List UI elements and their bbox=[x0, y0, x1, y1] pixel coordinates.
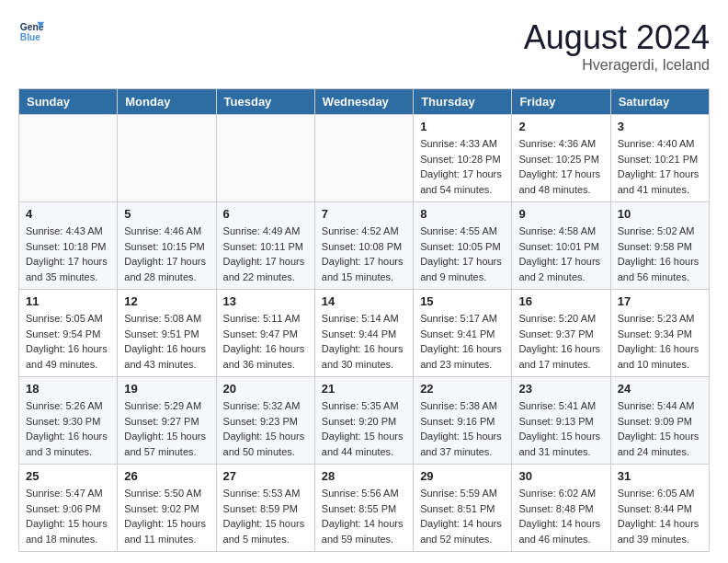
calendar-cell: 10Sunrise: 5:02 AMSunset: 9:58 PMDayligh… bbox=[610, 202, 709, 290]
week-row-1: 1Sunrise: 4:33 AMSunset: 10:28 PMDayligh… bbox=[19, 115, 710, 202]
calendar-cell: 23Sunrise: 5:41 AMSunset: 9:13 PMDayligh… bbox=[512, 377, 610, 465]
subtitle: Hveragerdi, Iceland bbox=[524, 57, 710, 74]
day-number: 19 bbox=[124, 382, 209, 396]
day-info: Sunrise: 5:29 AMSunset: 9:27 PMDaylight:… bbox=[124, 398, 209, 459]
day-number: 26 bbox=[124, 469, 209, 483]
day-number: 29 bbox=[420, 469, 505, 483]
calendar-cell: 13Sunrise: 5:11 AMSunset: 9:47 PMDayligh… bbox=[216, 290, 314, 377]
col-header-monday: Monday bbox=[118, 89, 216, 115]
logo-icon: General Blue bbox=[18, 18, 44, 44]
day-number: 10 bbox=[618, 207, 702, 221]
day-info: Sunrise: 6:02 AMSunset: 8:48 PMDaylight:… bbox=[518, 486, 603, 546]
col-header-tuesday: Tuesday bbox=[216, 89, 314, 115]
day-info: Sunrise: 5:20 AMSunset: 9:37 PMDaylight:… bbox=[518, 311, 603, 372]
week-row-2: 4Sunrise: 4:43 AMSunset: 10:18 PMDayligh… bbox=[19, 202, 710, 290]
day-info: Sunrise: 5:47 AMSunset: 9:06 PMDaylight:… bbox=[26, 486, 110, 546]
week-row-5: 25Sunrise: 5:47 AMSunset: 9:06 PMDayligh… bbox=[19, 465, 710, 552]
calendar-cell: 12Sunrise: 5:08 AMSunset: 9:51 PMDayligh… bbox=[118, 290, 216, 377]
calendar-cell: 15Sunrise: 5:17 AMSunset: 9:41 PMDayligh… bbox=[414, 290, 512, 377]
day-number: 1 bbox=[420, 120, 505, 133]
calendar-cell: 22Sunrise: 5:38 AMSunset: 9:16 PMDayligh… bbox=[414, 377, 512, 465]
calendar-cell: 31Sunrise: 6:05 AMSunset: 8:44 PMDayligh… bbox=[610, 465, 709, 552]
day-number: 15 bbox=[420, 294, 505, 308]
day-number: 3 bbox=[618, 120, 702, 133]
day-info: Sunrise: 5:38 AMSunset: 9:16 PMDaylight:… bbox=[420, 398, 505, 459]
day-number: 18 bbox=[26, 382, 110, 396]
calendar-cell bbox=[118, 115, 216, 202]
day-info: Sunrise: 5:02 AMSunset: 9:58 PMDaylight:… bbox=[618, 224, 702, 284]
calendar-cell: 24Sunrise: 5:44 AMSunset: 9:09 PMDayligh… bbox=[610, 377, 709, 465]
day-number: 12 bbox=[124, 294, 209, 308]
day-number: 28 bbox=[322, 469, 406, 483]
day-info: Sunrise: 5:41 AMSunset: 9:13 PMDaylight:… bbox=[518, 398, 603, 459]
calendar-cell: 5Sunrise: 4:46 AMSunset: 10:15 PMDayligh… bbox=[118, 202, 216, 290]
calendar-cell bbox=[314, 115, 413, 202]
calendar-cell: 30Sunrise: 6:02 AMSunset: 8:48 PMDayligh… bbox=[512, 465, 610, 552]
svg-text:Blue: Blue bbox=[20, 32, 41, 42]
day-number: 11 bbox=[26, 294, 110, 308]
page-header: General Blue August 2024 Hveragerdi, Ice… bbox=[18, 18, 710, 74]
calendar-cell bbox=[19, 115, 118, 202]
calendar-cell: 8Sunrise: 4:55 AMSunset: 10:05 PMDayligh… bbox=[414, 202, 512, 290]
day-info: Sunrise: 5:35 AMSunset: 9:20 PMDaylight:… bbox=[322, 398, 406, 459]
day-info: Sunrise: 4:33 AMSunset: 10:28 PMDaylight… bbox=[420, 136, 505, 197]
day-info: Sunrise: 5:59 AMSunset: 8:51 PMDaylight:… bbox=[420, 486, 505, 546]
calendar-cell: 20Sunrise: 5:32 AMSunset: 9:23 PMDayligh… bbox=[216, 377, 314, 465]
day-number: 14 bbox=[322, 294, 406, 308]
day-info: Sunrise: 5:05 AMSunset: 9:54 PMDaylight:… bbox=[26, 311, 110, 372]
calendar-cell: 18Sunrise: 5:26 AMSunset: 9:30 PMDayligh… bbox=[19, 377, 118, 465]
calendar-cell: 16Sunrise: 5:20 AMSunset: 9:37 PMDayligh… bbox=[512, 290, 610, 377]
day-info: Sunrise: 5:23 AMSunset: 9:34 PMDaylight:… bbox=[618, 311, 702, 372]
day-number: 25 bbox=[26, 469, 110, 483]
day-info: Sunrise: 6:05 AMSunset: 8:44 PMDaylight:… bbox=[618, 486, 702, 546]
calendar-cell: 7Sunrise: 4:52 AMSunset: 10:08 PMDayligh… bbox=[314, 202, 413, 290]
day-number: 20 bbox=[223, 382, 308, 396]
day-number: 16 bbox=[518, 294, 603, 308]
day-number: 27 bbox=[223, 469, 308, 483]
calendar-cell: 11Sunrise: 5:05 AMSunset: 9:54 PMDayligh… bbox=[19, 290, 118, 377]
calendar-cell: 25Sunrise: 5:47 AMSunset: 9:06 PMDayligh… bbox=[19, 465, 118, 552]
day-info: Sunrise: 4:55 AMSunset: 10:05 PMDaylight… bbox=[420, 224, 505, 284]
calendar-cell: 4Sunrise: 4:43 AMSunset: 10:18 PMDayligh… bbox=[19, 202, 118, 290]
day-number: 7 bbox=[322, 207, 406, 221]
day-number: 8 bbox=[420, 207, 505, 221]
main-title: August 2024 bbox=[524, 18, 710, 57]
week-row-4: 18Sunrise: 5:26 AMSunset: 9:30 PMDayligh… bbox=[19, 377, 710, 465]
day-info: Sunrise: 4:58 AMSunset: 10:01 PMDaylight… bbox=[518, 224, 603, 284]
calendar-cell: 3Sunrise: 4:40 AMSunset: 10:21 PMDayligh… bbox=[610, 115, 709, 202]
calendar-cell: 17Sunrise: 5:23 AMSunset: 9:34 PMDayligh… bbox=[610, 290, 709, 377]
day-number: 13 bbox=[223, 294, 308, 308]
day-info: Sunrise: 5:11 AMSunset: 9:47 PMDaylight:… bbox=[223, 311, 308, 372]
calendar-cell: 6Sunrise: 4:49 AMSunset: 10:11 PMDayligh… bbox=[216, 202, 314, 290]
day-number: 6 bbox=[223, 207, 308, 221]
day-number: 4 bbox=[26, 207, 110, 221]
day-info: Sunrise: 4:36 AMSunset: 10:25 PMDaylight… bbox=[518, 136, 603, 197]
calendar-cell: 2Sunrise: 4:36 AMSunset: 10:25 PMDayligh… bbox=[512, 115, 610, 202]
day-number: 23 bbox=[518, 382, 603, 396]
calendar-cell bbox=[216, 115, 314, 202]
day-info: Sunrise: 5:17 AMSunset: 9:41 PMDaylight:… bbox=[420, 311, 505, 372]
col-header-friday: Friday bbox=[512, 89, 610, 115]
day-info: Sunrise: 4:52 AMSunset: 10:08 PMDaylight… bbox=[322, 224, 406, 284]
day-number: 24 bbox=[618, 382, 702, 396]
day-number: 31 bbox=[618, 469, 702, 483]
day-info: Sunrise: 4:46 AMSunset: 10:15 PMDaylight… bbox=[124, 224, 209, 284]
day-number: 5 bbox=[124, 207, 209, 221]
calendar-cell: 14Sunrise: 5:14 AMSunset: 9:44 PMDayligh… bbox=[314, 290, 413, 377]
col-header-sunday: Sunday bbox=[19, 89, 118, 115]
calendar-cell: 21Sunrise: 5:35 AMSunset: 9:20 PMDayligh… bbox=[314, 377, 413, 465]
col-header-wednesday: Wednesday bbox=[314, 89, 413, 115]
day-number: 2 bbox=[518, 120, 603, 133]
day-info: Sunrise: 5:14 AMSunset: 9:44 PMDaylight:… bbox=[322, 311, 406, 372]
calendar-cell: 1Sunrise: 4:33 AMSunset: 10:28 PMDayligh… bbox=[414, 115, 512, 202]
day-number: 9 bbox=[518, 207, 603, 221]
calendar-table: SundayMondayTuesdayWednesdayThursdayFrid… bbox=[18, 88, 710, 552]
day-info: Sunrise: 4:40 AMSunset: 10:21 PMDaylight… bbox=[618, 136, 702, 197]
day-info: Sunrise: 5:53 AMSunset: 8:59 PMDaylight:… bbox=[223, 486, 308, 546]
day-info: Sunrise: 5:56 AMSunset: 8:55 PMDaylight:… bbox=[322, 486, 406, 546]
day-number: 30 bbox=[518, 469, 603, 483]
week-row-3: 11Sunrise: 5:05 AMSunset: 9:54 PMDayligh… bbox=[19, 290, 710, 377]
day-number: 22 bbox=[420, 382, 505, 396]
day-info: Sunrise: 5:50 AMSunset: 9:02 PMDaylight:… bbox=[124, 486, 209, 546]
calendar-cell: 28Sunrise: 5:56 AMSunset: 8:55 PMDayligh… bbox=[314, 465, 413, 552]
